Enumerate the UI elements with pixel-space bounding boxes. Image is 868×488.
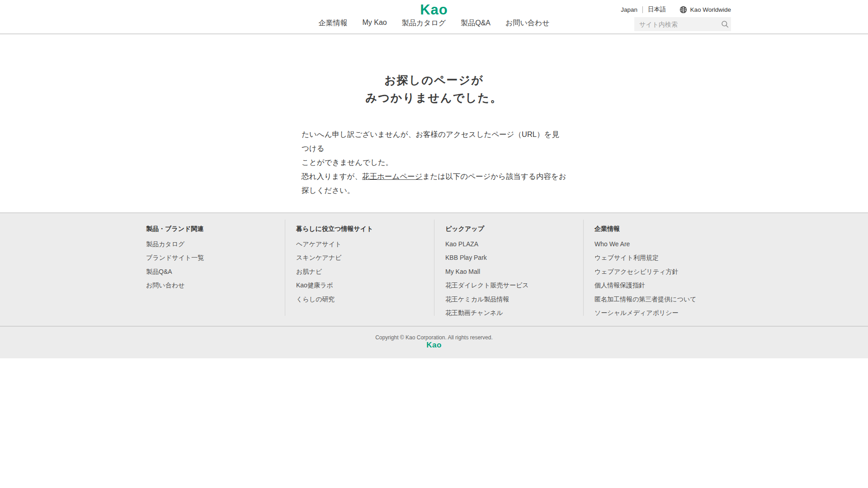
footer-column-pickup: ピックアップ Kao PLAZAKBB Play ParkMy Kao Mall… [434, 220, 583, 316]
kao-worldwide-link[interactable]: Kao Worldwide [679, 6, 731, 14]
error-text: または以下のページから該当する内容をお [422, 172, 566, 180]
nav-item-product-qa[interactable]: 製品Q&A [461, 19, 491, 28]
error-text: たいへん申し訳ございませんが、お客様のアクセスしたページ（URL）を見つける [302, 130, 559, 152]
page-title: お探しのページが みつかりませんでした。 [0, 34, 868, 107]
utility-bar: Japan 日本語 Kao Worldwide [621, 5, 731, 14]
search-icon[interactable] [721, 20, 729, 28]
footer-link-item: ウェブアクセシビリティ方針 [594, 268, 724, 275]
footer-link[interactable]: ブランドサイト一覧 [146, 254, 204, 261]
nav-item-product-catalog[interactable]: 製品カタログ [402, 19, 446, 28]
page-title-line2: みつかりませんでした。 [366, 91, 503, 104]
error-paragraph-1: たいへん申し訳ございませんが、お客様のアクセスしたページ（URL）を見つける こ… [302, 127, 566, 169]
footer-link-item: KBB Play Park [445, 254, 575, 261]
footer-link-columns: 製品・ブランド関連 製品カタログブランドサイト一覧製品Q&Aお問い合わせ 暮らし… [136, 213, 732, 326]
footer-link[interactable]: 花王ケミカル製品情報 [445, 296, 509, 303]
footer-link[interactable]: ウェブアクセシビリティ方針 [594, 268, 679, 275]
footer-link[interactable]: スキンケアナビ [296, 254, 341, 261]
site-search [634, 17, 731, 31]
kao-logo[interactable]: Kao [420, 2, 448, 18]
footer-link-item: お肌ナビ [296, 268, 426, 275]
footer-link[interactable]: Who We Are [594, 240, 630, 248]
footer-link[interactable]: 製品Q&A [146, 268, 172, 275]
error-text: 恐れ入りますが、 [302, 172, 362, 180]
site-footer: 製品・ブランド関連 製品カタログブランドサイト一覧製品Q&Aお問い合わせ 暮らし… [0, 212, 868, 358]
kao-footer-logo[interactable]: Kao [426, 341, 442, 349]
footer-column-lifestyle-info: 暮らしに役立つ情報サイト ヘアケアサイトスキンケアナビお肌ナビKao健康ラボくら… [285, 220, 434, 316]
footer-link[interactable]: ソーシャルメディアポリシー [594, 309, 679, 316]
footer-link-item: ソーシャルメディアポリシー [594, 310, 724, 316]
utility-divider [642, 6, 643, 13]
footer-link-list: ヘアケアサイトスキンケアナビお肌ナビKao健康ラボくらしの研究 [296, 241, 426, 302]
footer-link[interactable]: Kao PLAZA [445, 240, 478, 248]
footer-link[interactable]: ウェブサイト利用規定 [594, 254, 659, 261]
main-nav: 企業情報 My Kao 製品カタログ 製品Q&A お問い合わせ [318, 19, 549, 28]
error-content: お探しのページが みつかりませんでした。 たいへん申し訳ございませんが、お客様の… [0, 34, 868, 212]
globe-icon [679, 6, 687, 14]
footer-link-item: Kao健康ラボ [296, 282, 426, 288]
footer-link-item: 匿名加工情報の第三者提供について [594, 296, 724, 302]
kao-homepage-link[interactable]: 花王ホームページ [362, 172, 423, 180]
footer-column-corporate: 企業情報 Who We Areウェブサイト利用規定ウェブアクセシビリティ方針個人… [583, 220, 732, 316]
footer-link-item: ヘアケアサイト [296, 241, 426, 247]
footer-link[interactable]: お肌ナビ [296, 268, 322, 275]
footer-link-item: くらしの研究 [296, 296, 426, 302]
nav-item-corporate[interactable]: 企業情報 [318, 19, 347, 28]
search-input[interactable] [639, 21, 721, 28]
error-paragraph-2: 恐れ入りますが、花王ホームページまたは以下のページから該当する内容をお 探しくだ… [302, 169, 566, 197]
footer-link-item: Kao PLAZA [445, 241, 575, 247]
footer-link[interactable]: ヘアケアサイト [296, 240, 341, 248]
footer-bottom-bar: Copyright © Kao Corporation. All rights … [0, 326, 868, 358]
footer-link[interactable]: 花王動画チャンネル [445, 309, 503, 316]
nav-item-my-kao[interactable]: My Kao [362, 19, 387, 28]
footer-link-item: 個人情報保護指針 [594, 282, 724, 288]
footer-link-item: 花王ダイレクト販売サービス [445, 282, 575, 288]
footer-link-item: ウェブサイト利用規定 [594, 254, 724, 261]
site-header: Kao Japan 日本語 Kao Worldwide 企業情報 My Kao … [0, 0, 868, 34]
footer-link[interactable]: 個人情報保護指針 [594, 282, 645, 289]
worldwide-label: Kao Worldwide [690, 6, 731, 13]
footer-column-heading: 暮らしに役立つ情報サイト [296, 225, 426, 233]
error-message: たいへん申し訳ございませんが、お客様のアクセスしたページ（URL）を見つける こ… [302, 127, 566, 197]
footer-link-item: 製品Q&A [146, 268, 277, 275]
footer-link[interactable]: 匿名加工情報の第三者提供について [594, 296, 697, 303]
footer-link[interactable]: お問い合わせ [146, 282, 184, 289]
region-link[interactable]: Japan [621, 6, 637, 13]
footer-link-item: 花王ケミカル製品情報 [445, 296, 575, 302]
footer-link-item: 花王動画チャンネル [445, 310, 575, 316]
footer-link[interactable]: くらしの研究 [296, 296, 335, 303]
footer-link-list: Who We Areウェブサイト利用規定ウェブアクセシビリティ方針個人情報保護指… [594, 241, 724, 316]
footer-link-item: お問い合わせ [146, 282, 277, 288]
footer-column-heading: ピックアップ [445, 225, 575, 233]
footer-link[interactable]: 花王ダイレクト販売サービス [445, 282, 529, 289]
footer-link[interactable]: My Kao Mall [445, 268, 480, 275]
footer-link-item: Who We Are [594, 241, 724, 247]
footer-link-list: 製品カタログブランドサイト一覧製品Q&Aお問い合わせ [146, 241, 277, 289]
footer-column-products-brands: 製品・ブランド関連 製品カタログブランドサイト一覧製品Q&Aお問い合わせ [136, 220, 285, 316]
error-text: ことができませんでした。 [302, 158, 393, 166]
footer-link[interactable]: Kao健康ラボ [296, 282, 333, 289]
footer-link[interactable]: 製品カタログ [146, 240, 184, 248]
footer-link-item: ブランドサイト一覧 [146, 254, 277, 261]
error-text: 探しください。 [302, 186, 354, 194]
footer-link-item: スキンケアナビ [296, 254, 426, 261]
language-link[interactable]: 日本語 [648, 5, 666, 14]
copyright-text: Copyright © Kao Corporation. All rights … [0, 334, 868, 341]
footer-link[interactable]: KBB Play Park [445, 254, 487, 261]
footer-link-list: Kao PLAZAKBB Play ParkMy Kao Mall花王ダイレクト… [445, 241, 575, 316]
footer-column-heading: 企業情報 [594, 225, 724, 233]
footer-column-heading: 製品・ブランド関連 [146, 225, 277, 233]
page-title-line1: お探しのページが [384, 74, 484, 86]
footer-link-item: 製品カタログ [146, 241, 277, 247]
footer-link-item: My Kao Mall [445, 268, 575, 275]
nav-item-contact[interactable]: お問い合わせ [505, 19, 550, 28]
